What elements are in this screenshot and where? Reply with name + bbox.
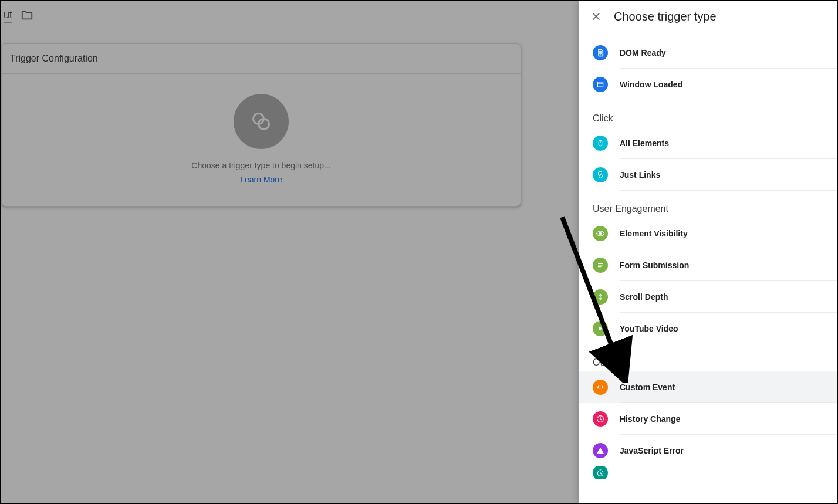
history-icon (593, 411, 608, 427)
trigger-option-timer-peek[interactable] (593, 466, 837, 479)
trigger-option-label: All Elements (620, 138, 669, 148)
warning-icon (593, 443, 608, 458)
section-label-click: Click (593, 113, 837, 124)
list-icon (593, 258, 608, 273)
trigger-option-form-submission[interactable]: Form Submission (593, 249, 837, 281)
trigger-option-label: Just Links (620, 170, 660, 180)
code-icon (593, 380, 608, 395)
svg-rect-3 (597, 82, 603, 87)
trigger-option-window-loaded[interactable]: Window Loaded (593, 69, 837, 100)
trigger-option-label: Form Submission (620, 261, 689, 270)
trigger-option-label: DOM Ready (620, 48, 666, 57)
section-label-engagement: User Engagement (593, 204, 837, 214)
trigger-option-label: Window Loaded (620, 80, 682, 89)
trigger-option-just-links[interactable]: Just Links (593, 159, 837, 191)
window-icon (593, 77, 608, 92)
timer-icon (593, 466, 608, 479)
document-icon (593, 45, 608, 60)
close-icon[interactable] (587, 7, 606, 26)
trigger-option-label: Custom Event (620, 383, 675, 392)
trigger-option-element-visibility[interactable]: Element Visibility (593, 218, 837, 249)
trigger-option-label: Element Visibility (620, 229, 688, 238)
play-icon (593, 321, 608, 336)
trigger-option-label: History Change (620, 414, 680, 424)
trigger-option-label: Scroll Depth (620, 292, 668, 302)
trigger-option-scroll-depth[interactable]: Scroll Depth (593, 281, 837, 313)
trigger-option-history-change[interactable]: History Change (593, 403, 837, 435)
svg-point-5 (599, 232, 601, 234)
link-icon (593, 167, 608, 182)
trigger-option-all-elements[interactable]: All Elements (593, 127, 837, 159)
trigger-option-javascript-error[interactable]: JavaScript Error (593, 435, 837, 466)
scroll-icon (593, 289, 608, 305)
trigger-option-label: JavaScript Error (620, 446, 684, 455)
trigger-option-dom-ready[interactable]: DOM Ready (593, 37, 837, 69)
trigger-type-panel: Choose trigger type DOM Ready Window Loa… (579, 1, 837, 503)
section-label-other: Other (593, 357, 837, 368)
mouse-icon (593, 136, 608, 151)
trigger-option-label: YouTube Video (620, 324, 678, 333)
trigger-option-custom-event[interactable]: Custom Event (579, 371, 837, 403)
trigger-option-youtube-video[interactable]: YouTube Video (593, 313, 837, 344)
panel-title: Choose trigger type (614, 10, 717, 23)
eye-icon (593, 226, 608, 241)
